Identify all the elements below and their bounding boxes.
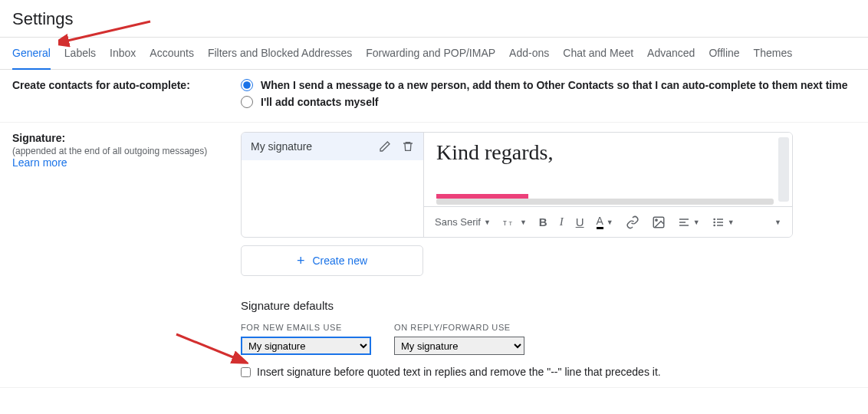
list-button[interactable]: ▼	[712, 216, 735, 228]
align-button[interactable]: ▼	[678, 216, 700, 228]
contacts-opt2[interactable]: I'll add contacts myself	[241, 96, 856, 108]
signature-sub: (appended at the end of all outgoing mes…	[12, 146, 207, 156]
image-icon[interactable]	[652, 215, 666, 229]
signature-label: Signature:	[12, 132, 65, 144]
tab-filters[interactable]: Filters and Blocked Addresses	[208, 38, 352, 69]
svg-text:T: T	[508, 219, 512, 226]
signature-editor: My signature Kind regards,	[241, 132, 793, 238]
defaults-new-label: FOR NEW EMAILS USE	[241, 323, 371, 332]
text-color-button[interactable]: A ▼	[597, 215, 613, 229]
signature-preview-text: Kind regards,	[436, 140, 780, 165]
svg-point-3	[656, 219, 657, 220]
create-new-button[interactable]: + Create new	[241, 245, 423, 276]
bold-button[interactable]: B	[539, 215, 547, 228]
svg-point-5	[714, 222, 715, 222]
tab-chat[interactable]: Chat and Meet	[563, 38, 633, 69]
learn-more-link[interactable]: Learn more	[12, 156, 67, 169]
insert-sig-checkbox[interactable]	[241, 367, 251, 377]
svg-point-6	[714, 225, 715, 225]
plus-icon: +	[297, 254, 305, 268]
scrollbar-vertical[interactable]	[778, 137, 789, 202]
pencil-icon[interactable]	[379, 140, 391, 153]
font-family-button[interactable]: Sans Serif ▼	[435, 216, 491, 228]
scrollbar-horizontal[interactable]	[436, 199, 774, 205]
underline-button[interactable]: U	[576, 215, 584, 228]
trash-icon[interactable]	[402, 140, 414, 153]
signature-item[interactable]: My signature	[242, 133, 423, 160]
tab-themes[interactable]: Themes	[754, 38, 793, 69]
row-contacts: Create contacts for auto-complete: When …	[0, 70, 868, 123]
link-icon[interactable]	[626, 215, 639, 229]
font-size-button[interactable]: тT ▼	[503, 217, 527, 228]
defaults-new-select[interactable]: My signature	[241, 337, 371, 355]
insert-sig-checkbox-row[interactable]: Insert signature before quoted text in r…	[241, 366, 856, 378]
contacts-opt2-text: I'll add contacts myself	[261, 96, 379, 108]
insert-sig-label: Insert signature before quoted text in r…	[257, 366, 661, 378]
signature-preview[interactable]: Kind regards, Sans Serif ▼ тT ▼ B I U A …	[424, 133, 792, 237]
tab-forwarding[interactable]: Forwarding and POP/IMAP	[366, 38, 495, 69]
svg-text:т: т	[503, 217, 507, 226]
contacts-opt1[interactable]: When I send a message to a new person, a…	[241, 79, 856, 91]
tab-general[interactable]: General	[12, 38, 51, 70]
create-new-label: Create new	[312, 255, 367, 267]
defaults-reply-label: ON REPLY/FORWARD USE	[394, 323, 524, 332]
svg-line-8	[176, 334, 237, 359]
defaults-title: Signature defaults	[241, 299, 856, 312]
signature-list: My signature	[242, 133, 424, 237]
tab-addons[interactable]: Add-ons	[509, 38, 549, 69]
tab-advanced[interactable]: Advanced	[647, 38, 695, 69]
contacts-label: Create contacts for auto-complete:	[12, 79, 241, 113]
arrow-annotation-top	[58, 17, 158, 48]
contacts-opt1-text: When I send a message to a new person, a…	[261, 79, 847, 91]
contacts-radio-1[interactable]	[241, 79, 253, 91]
signature-item-name: My signature	[251, 140, 312, 153]
format-toolbar: Sans Serif ▼ тT ▼ B I U A ▼	[424, 206, 792, 237]
arrow-annotation-bottom	[172, 330, 248, 368]
contacts-radio-2[interactable]	[241, 96, 253, 108]
row-signature: Signature: (appended at the end of all o…	[0, 123, 868, 388]
svg-point-4	[714, 219, 715, 219]
tab-offline[interactable]: Offline	[709, 38, 739, 69]
italic-button[interactable]: I	[560, 215, 564, 228]
defaults-reply-select[interactable]: My signature	[394, 337, 524, 355]
more-format-button[interactable]: ▼	[774, 219, 781, 226]
svg-line-7	[64, 21, 150, 41]
